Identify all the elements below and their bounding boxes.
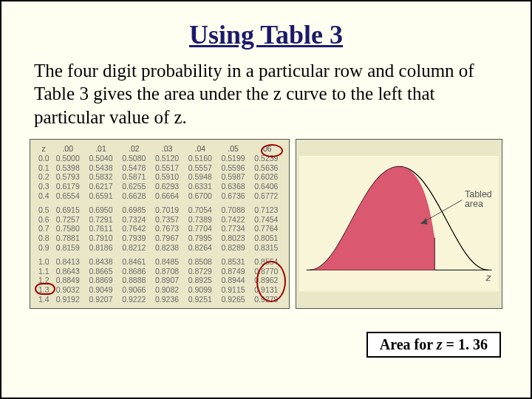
z-cell: 0.7019 — [151, 205, 184, 214]
z-row-label: 0.1 — [36, 163, 51, 172]
z-cell: 0.7881 — [51, 233, 84, 243]
z-cell: 0.8238 — [151, 243, 184, 253]
z-row-label: 0.5 — [36, 205, 51, 214]
z-cell: 0.6664 — [151, 191, 184, 201]
z-cell: 0.8438 — [84, 256, 117, 266]
z-cell: 0.9082 — [151, 285, 184, 295]
normal-curve-icon: Tabled area z — [299, 156, 499, 291]
z-cell: 0.9265 — [216, 294, 250, 304]
z-cell: 0.7389 — [183, 214, 216, 224]
z-cell: 0.5239 — [250, 154, 283, 163]
z-cell: 0.7580 — [51, 224, 84, 233]
z-cell: 0.6915 — [51, 205, 84, 214]
col-header: .06 — [250, 144, 283, 154]
z-cell: 0.5199 — [216, 154, 250, 163]
z-cell: 0.7764 — [250, 224, 283, 233]
z-cell: 0.7673 — [151, 224, 184, 233]
z-cell: 0.6736 — [216, 191, 250, 201]
z-axis-label: z — [485, 272, 491, 283]
z-cell: 0.7611 — [84, 224, 117, 233]
z-cell: 0.8051 — [250, 233, 283, 243]
z-cell: 0.8907 — [151, 276, 184, 285]
z-cell: 0.5636 — [250, 163, 283, 172]
z-cell: 0.8212 — [117, 243, 151, 253]
z-cell: 0.6331 — [183, 182, 216, 191]
z-cell: 0.9251 — [183, 294, 216, 304]
z-cell: 0.8665 — [84, 266, 117, 276]
z-cell: 0.7324 — [117, 214, 151, 224]
z-cell: 0.9192 — [51, 294, 84, 304]
table-row: 0.50.69150.69500.69850.70190.70540.70880… — [36, 205, 283, 214]
body-text: The four digit probability in a particul… — [34, 59, 498, 129]
z-row-label: 0.7 — [36, 224, 51, 233]
normal-curve-panel: Tabled area z — [296, 139, 502, 310]
z-cell: 0.8888 — [117, 276, 151, 285]
col-header: .04 — [183, 144, 216, 154]
slide-title: Using Table 3 — [1, 19, 531, 50]
z-cell: 0.7257 — [51, 214, 84, 224]
z-cell: 0.5398 — [51, 163, 84, 172]
z-cell: 0.8315 — [250, 243, 283, 253]
z-cell: 0.8869 — [84, 276, 117, 285]
table-row: 1.20.88490.88690.88880.89070.89250.89440… — [36, 276, 283, 285]
z-cell: 0.8264 — [183, 243, 216, 253]
z-cell: 0.8531 — [216, 256, 250, 266]
z-cell: 0.9236 — [151, 294, 184, 304]
table-row: 1.40.91920.92070.92220.92360.92510.92650… — [36, 294, 283, 304]
z-cell: 0.5948 — [183, 172, 216, 182]
z-cell: 0.6591 — [84, 191, 117, 201]
z-row-label: 0.3 — [36, 182, 51, 191]
z-cell: 0.6026 — [250, 172, 283, 182]
z-row-label: 0.6 — [36, 214, 51, 224]
table-row: 1.30.90320.90490.90660.90820.90990.91150… — [36, 285, 283, 295]
z-cell: 0.9207 — [84, 294, 117, 304]
table-row: 0.10.53980.54380.54780.55170.55570.55960… — [36, 163, 283, 172]
z-row-label: 1.3 — [36, 285, 51, 295]
table-row: 0.40.65540.65910.66280.66640.67000.67360… — [36, 191, 283, 201]
z-cell: 0.7642 — [117, 224, 151, 233]
z-row-label: 0.4 — [36, 191, 51, 201]
z-cell: 0.6255 — [117, 182, 151, 191]
z-cell: 0.5120 — [151, 154, 184, 163]
table-row: 1.00.84130.84380.84610.84850.85080.85310… — [36, 256, 283, 266]
z-cell: 0.6554 — [51, 191, 84, 201]
z-cell: 0.7422 — [216, 214, 250, 224]
z-cell: 0.5832 — [84, 172, 117, 182]
z-cell: 0.9115 — [216, 285, 250, 295]
col-header: .02 — [117, 144, 151, 154]
table-row: 0.90.81590.81860.82120.82380.82640.82890… — [36, 243, 283, 253]
z-cell: 0.6628 — [117, 191, 151, 201]
z-cell: 0.5438 — [84, 163, 117, 172]
z-cell: 0.8849 — [51, 276, 84, 285]
z-cell: 0.6950 — [84, 205, 117, 214]
z-cell: 0.9099 — [183, 285, 216, 295]
z-cell: 0.7123 — [250, 205, 283, 214]
z-cell: 0.9066 — [117, 285, 151, 295]
z-cell: 0.6179 — [51, 182, 84, 191]
z-cell: 0.6406 — [250, 182, 283, 191]
z-cell: 0.9032 — [51, 285, 84, 295]
z-cell: 0.5910 — [151, 172, 184, 182]
table-row: 0.00.50000.50400.50800.51200.51600.51990… — [36, 154, 283, 163]
z-table-panel: z .00 .01 .02 .03 .04 .05 .06 0.00.50000… — [30, 139, 290, 310]
table-row: 0.30.61790.62170.62550.62930.63310.63680… — [36, 182, 283, 191]
table-row: 0.20.57930.58320.58710.59100.59480.59870… — [36, 172, 283, 182]
z-cell: 0.6772 — [250, 191, 283, 201]
area-caption: Area for z = 1. 36 — [366, 332, 501, 358]
z-cell: 0.6217 — [84, 182, 117, 191]
z-cell: 0.8708 — [151, 266, 184, 276]
z-cell: 0.8925 — [183, 276, 216, 285]
z-cell: 0.8686 — [117, 266, 151, 276]
z-cell: 0.9279 — [250, 294, 283, 304]
z-cell: 0.7939 — [117, 233, 151, 243]
z-cell: 0.6293 — [151, 182, 184, 191]
z-cell: 0.7704 — [183, 224, 216, 233]
caption-var: z — [437, 336, 443, 352]
z-cell: 0.8289 — [216, 243, 250, 253]
z-cell: 0.8023 — [216, 233, 250, 243]
z-cell: 0.5793 — [51, 172, 84, 182]
z-cell: 0.8485 — [151, 256, 184, 266]
z-cell: 0.6700 — [183, 191, 216, 201]
z-cell: 0.5987 — [216, 172, 250, 182]
col-header: .05 — [216, 144, 250, 154]
